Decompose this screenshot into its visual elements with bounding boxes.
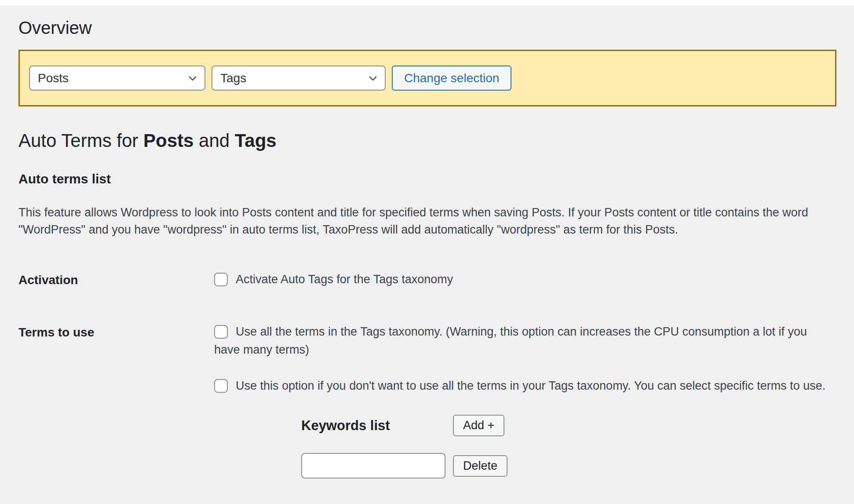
activation-label: Activation xyxy=(18,270,214,289)
add-keyword-button[interactable]: Add + xyxy=(453,415,504,436)
section-title-prefix: Auto Terms for xyxy=(18,130,143,151)
use-all-terms-option: Use all the terms in the Tags taxonomy. … xyxy=(214,323,830,360)
selection-notice: Posts Tags Change selection xyxy=(18,50,836,106)
section-title-post-type: Posts xyxy=(143,130,193,151)
terms-to-use-options: Use all the terms in the Tags taxonomy. … xyxy=(214,323,836,479)
keywords-list-section: Keywords list Add + Delete xyxy=(301,415,836,478)
activation-checkbox[interactable] xyxy=(214,273,228,286)
activation-option: Activate Auto Tags for the Tags taxonomy xyxy=(214,270,830,289)
terms-to-use-row: Terms to use Use all the terms in the Ta… xyxy=(18,323,836,479)
page-title: Overview xyxy=(18,17,836,38)
delete-keyword-button[interactable]: Delete xyxy=(453,455,507,477)
taxonomy-select[interactable]: Tags xyxy=(212,66,386,91)
activation-row: Activation Activate Auto Tags for the Ta… xyxy=(18,270,836,289)
use-specific-terms-label-wrap[interactable]: Use this option if you don't want to use… xyxy=(214,379,825,392)
use-specific-terms-checkbox-label[interactable]: Use this option if you don't want to use… xyxy=(236,379,825,392)
use-specific-terms-option: Use this option if you don't want to use… xyxy=(214,377,830,395)
use-specific-terms-checkbox[interactable] xyxy=(214,379,228,393)
keywords-list-title: Keywords list xyxy=(301,418,390,434)
post-type-select[interactable]: Posts xyxy=(29,66,205,91)
use-all-terms-checkbox[interactable] xyxy=(214,325,228,339)
use-all-terms-label-wrap[interactable]: Use all the terms in the Tags taxonomy. … xyxy=(214,325,807,357)
section-title-conjunction: and xyxy=(193,130,234,151)
taxonomy-select-wrap: Tags xyxy=(212,66,386,91)
feature-description: This feature allows Wordpress to look in… xyxy=(18,204,836,238)
section-title: Auto Terms for Posts and Tags xyxy=(18,130,836,151)
change-selection-button[interactable]: Change selection xyxy=(392,66,511,91)
activation-checkbox-label[interactable]: Activate Auto Tags for the Tags taxonomy xyxy=(236,273,453,286)
use-all-terms-checkbox-label[interactable]: Use all the terms in the Tags taxonomy. … xyxy=(214,325,807,357)
terms-to-use-label: Terms to use xyxy=(18,323,214,342)
section-title-taxonomy: Tags xyxy=(235,130,277,151)
auto-terms-page: Overview Posts Tags Change selection Aut… xyxy=(0,17,854,478)
keyword-input[interactable] xyxy=(301,453,445,478)
top-strip xyxy=(0,0,854,5)
auto-terms-list-subtitle: Auto terms list xyxy=(18,172,836,186)
activation-checkbox-label-wrap[interactable]: Activate Auto Tags for the Tags taxonomy xyxy=(214,273,453,286)
post-type-select-wrap: Posts xyxy=(29,66,205,91)
